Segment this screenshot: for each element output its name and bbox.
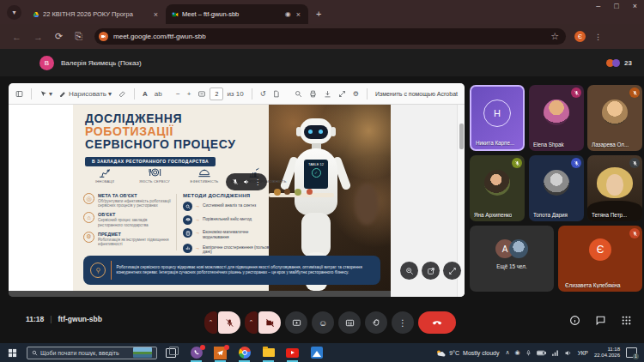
captions-button[interactable] [338, 311, 361, 334]
pdf-select-tool-icon[interactable]: ▾ [39, 90, 52, 98]
reactions-button[interactable]: ☺ [312, 311, 334, 334]
media-recording-indicator-icon: ◉ [285, 10, 291, 18]
pdf-export-icon[interactable] [272, 90, 280, 98]
taskbar-search-box[interactable] [27, 347, 157, 359]
tray-expand-icon[interactable]: ∧ [505, 349, 509, 356]
notification-badge [200, 345, 205, 350]
pdf-print-icon[interactable] [309, 90, 317, 98]
pdf-zoom-in-icon[interactable]: + [187, 90, 191, 98]
address-bar[interactable]: meet.google.com/ftf-gwun-sbb ☆ [94, 28, 566, 45]
pdf-page-input[interactable]: 2 [210, 87, 223, 100]
avatar: H [483, 100, 511, 127]
activities-grid-icon[interactable] [621, 315, 632, 326]
tab-drive-program[interactable]: 22 КВІТНЯ 2026 РОКУ Програ × [27, 4, 166, 24]
participant-name: Лазарева Ол... [592, 142, 629, 148]
taskbar-app-viber[interactable] [190, 347, 203, 359]
end-call-button[interactable] [418, 311, 456, 334]
reload-icon[interactable]: ⟳ [55, 31, 63, 42]
pdf-eraser-icon[interactable] [118, 90, 126, 98]
avatar [602, 100, 628, 125]
open-in-new-button[interactable] [422, 262, 440, 280]
site-camera-in-use-icon[interactable] [99, 32, 108, 41]
recording-tray-icon[interactable]: ◉ [515, 349, 520, 356]
participant-tile[interactable]: Яна Архипенко [470, 155, 525, 221]
window-close-icon[interactable]: × [633, 2, 637, 10]
mic-off-badge [571, 87, 581, 98]
pdf-toolbar: ▾ Нарисовать▾ A ab − + 2 из 10 ↺ [9, 83, 465, 105]
mic-tray-icon[interactable] [526, 349, 532, 357]
more-options-button[interactable]: ⋮ [392, 311, 414, 334]
pdf-text-tool-icon[interactable]: A [143, 90, 148, 98]
pdf-fullscreen-icon[interactable] [338, 90, 346, 98]
participant-tile[interactable]: Є Єлизавета Кулебякіна [558, 226, 642, 292]
start-button-icon[interactable] [8, 348, 17, 358]
expand-fullscreen-button[interactable] [443, 262, 461, 280]
edit-with-acrobat-button[interactable]: Изменить с помощью Acrobat [375, 91, 458, 97]
pdf-rotate-icon[interactable]: ↺ [260, 90, 266, 98]
calculator-icon [183, 228, 192, 238]
participant-name: Яна Архипенко [474, 212, 512, 218]
scrollbar-thumb[interactable] [459, 124, 464, 149]
task-view-button[interactable] [166, 348, 176, 358]
taskbar-app-chrome[interactable] [238, 347, 251, 359]
tab-meet-active[interactable]: Meet – ftf-gwun-sbb ◉ × [166, 4, 308, 24]
participant-tile[interactable]: Топота Дария [529, 155, 584, 221]
pdf-download-icon[interactable] [324, 90, 331, 98]
taskbar-app-file-explorer[interactable] [262, 347, 275, 359]
weather-widget[interactable]: 9°C Mostly cloudy [435, 349, 499, 357]
overflow-participants-tile[interactable]: A Ещё 15 чел. [470, 226, 554, 292]
participant-tile[interactable]: H Никита Карпе... [470, 85, 525, 151]
scales-icon [183, 215, 192, 225]
window-minimize-icon[interactable]: – [596, 2, 600, 10]
avatar [484, 170, 510, 196]
window-maximize-icon[interactable]: □ [614, 2, 618, 10]
browser-menu-icon[interactable]: ⋮ [594, 33, 602, 41]
pdf-zoom-out-icon[interactable]: − [176, 90, 180, 98]
camera-options-chevron[interactable]: ⌃ [245, 311, 258, 334]
taskbar-clock[interactable]: 11:18 22.04.2026 [594, 347, 620, 359]
search-input[interactable] [40, 350, 131, 356]
tab-close-icon[interactable]: × [295, 10, 302, 19]
tab-search-button[interactable]: ▾ [7, 5, 21, 20]
pdf-highlight-tool-icon[interactable]: ab [155, 90, 162, 98]
pdf-fit-width-icon[interactable] [197, 90, 206, 98]
new-tab-button[interactable]: + [316, 9, 321, 19]
participant-tile[interactable]: Elena Shpak [529, 85, 584, 151]
participant-tile[interactable]: Лазарева Ол... [587, 85, 642, 151]
participant-tile-video[interactable]: Тетяна Петр... [587, 155, 642, 221]
pdf-sidebar-icon[interactable] [15, 90, 23, 98]
camera-off-button[interactable] [258, 311, 281, 334]
present-screen-button[interactable] [285, 311, 307, 334]
participant-count-cluster[interactable]: 23 [606, 59, 632, 67]
bookmark-star-icon[interactable]: ☆ [550, 31, 559, 42]
action-center-icon[interactable]: 1 [626, 347, 637, 358]
forward-icon[interactable]: → [33, 32, 43, 42]
mic-off-icon[interactable] [232, 178, 239, 185]
more-options-icon[interactable]: ⋮ [254, 178, 261, 186]
meeting-details-icon[interactable] [569, 315, 580, 326]
mic-options-chevron[interactable]: ⌃ [204, 311, 217, 334]
bar-chart-icon [183, 244, 192, 253]
taskbar-app-photos[interactable] [310, 347, 323, 359]
back-icon[interactable]: ← [12, 32, 21, 42]
side-panel-icon[interactable]: ⎘ [75, 31, 82, 42]
raise-hand-button[interactable] [365, 311, 387, 334]
keyboard-language[interactable]: УКР [578, 350, 588, 356]
mic-muted-button[interactable] [218, 311, 240, 334]
pdf-search-icon[interactable] [295, 90, 302, 98]
taskbar-app-telegram[interactable] [214, 347, 227, 359]
taskbar-app-youtube[interactable] [286, 347, 299, 359]
zoom-in-overlay-button[interactable] [400, 262, 418, 280]
presenter-bar: В Валерія Якимець (Показ) 23 [0, 49, 644, 76]
network-tray-icon[interactable] [551, 349, 559, 357]
chat-icon[interactable] [595, 315, 606, 326]
search-highlight-image[interactable] [133, 347, 152, 358]
plate-cutlery-icon [148, 166, 161, 178]
pdf-draw-tool[interactable]: Нарисовать▾ [59, 90, 112, 98]
speaker-icon[interactable] [243, 178, 250, 185]
browser-profile-avatar[interactable]: Є [574, 31, 586, 42]
pdf-settings-gear-icon[interactable]: ⚙ [353, 90, 359, 98]
tab-close-icon[interactable]: × [152, 10, 160, 19]
volume-tray-icon[interactable] [564, 349, 572, 357]
battery-tray-icon[interactable] [537, 350, 546, 356]
